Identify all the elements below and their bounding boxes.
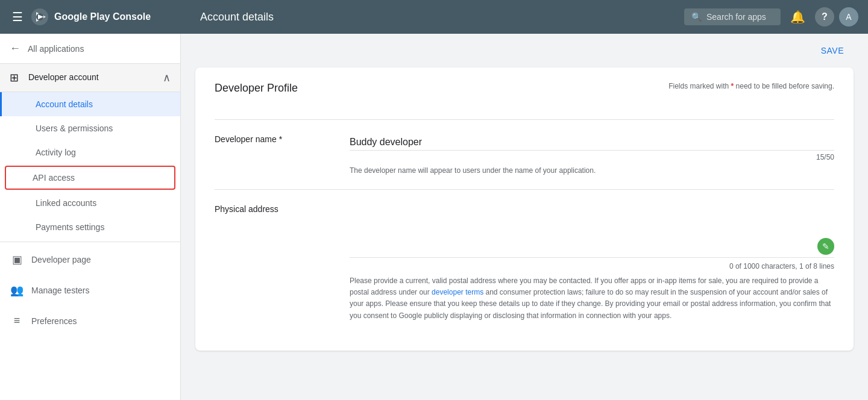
developer-account-title: ⊞ Developer account xyxy=(10,71,99,84)
physical-address-input[interactable] xyxy=(350,204,834,258)
required-star: * xyxy=(731,82,736,90)
google-play-logo-icon xyxy=(30,7,49,27)
developer-terms-link[interactable]: developer terms xyxy=(432,288,483,296)
developer-name-required: * xyxy=(279,134,282,144)
manage-testers-icon: 👥 xyxy=(10,284,24,297)
back-arrow-icon: ← xyxy=(10,42,20,55)
search-icon: 🔍 xyxy=(691,12,702,22)
menu-icon[interactable]: ☰ xyxy=(10,7,25,27)
avatar[interactable]: A xyxy=(839,7,858,27)
sidebar-divider xyxy=(0,242,180,242)
physical-address-field: Physical address ✎ 0 of 1000 characters,… xyxy=(215,189,834,336)
developer-account-section[interactable]: ⊞ Developer account ∧ xyxy=(0,64,180,92)
physical-address-content: ✎ 0 of 1000 characters, 1 of 8 lines Ple… xyxy=(350,204,834,322)
physical-address-label-col: Physical address xyxy=(215,204,335,322)
help-icon[interactable]: ? xyxy=(815,7,834,27)
card-title: Developer Profile xyxy=(215,82,298,95)
header-right: 🔍 Search for apps 🔔 ? A xyxy=(684,5,858,29)
sidebar-item-manage-testers[interactable]: 👥 Manage testers xyxy=(0,275,180,306)
notifications-icon[interactable]: 🔔 xyxy=(785,5,810,29)
sidebar-item-developer-page[interactable]: ▣ Developer page xyxy=(0,245,180,275)
manage-testers-label: Manage testers xyxy=(31,286,90,295)
dashboard-icon: ⊞ xyxy=(10,72,19,84)
sidebar-item-api-access[interactable]: API access xyxy=(5,166,175,190)
app-header: ☰ Google Play Console Account details 🔍 … xyxy=(0,0,868,34)
header-left: ☰ Google Play Console xyxy=(10,7,190,27)
preferences-label: Preferences xyxy=(31,316,77,326)
edit-icon[interactable]: ✎ xyxy=(817,238,834,255)
card-subtitle: Fields marked with * need to be filled b… xyxy=(668,82,834,90)
textarea-wrapper: ✎ xyxy=(350,204,834,260)
sidebar-item-linked-accounts[interactable]: Linked accounts xyxy=(0,191,180,215)
search-bar[interactable]: 🔍 Search for apps xyxy=(684,8,781,25)
developer-page-label: Developer page xyxy=(31,255,91,264)
logo-text: Google Play Console xyxy=(54,11,151,22)
address-char-count: 0 of 1000 characters, 1 of 8 lines xyxy=(350,262,834,270)
preferences-icon: ≡ xyxy=(10,314,24,327)
search-label: Search for apps xyxy=(706,12,766,22)
all-applications-label: All applications xyxy=(28,44,84,54)
developer-name-input[interactable] xyxy=(350,134,834,151)
content-area: SAVE Developer Profile Fields marked wit… xyxy=(181,34,868,400)
sidebar-item-payments-settings[interactable]: Payments settings xyxy=(0,215,180,239)
app-logo: Google Play Console xyxy=(30,7,151,27)
sidebar-item-users-permissions[interactable]: Users & permissions xyxy=(0,116,180,140)
address-helper-text: Please provide a current, valid postal a… xyxy=(350,275,834,322)
developer-name-label: Developer name xyxy=(215,134,277,144)
sidebar-item-activity-log[interactable]: Activity log xyxy=(0,140,180,164)
developer-name-content: 15/50 The developer name will appear to … xyxy=(350,134,834,175)
developer-page-icon: ▣ xyxy=(10,253,24,266)
developer-name-field: Developer name * 15/50 The developer nam… xyxy=(215,119,834,189)
developer-name-label-col: Developer name * xyxy=(215,134,335,175)
physical-address-label: Physical address xyxy=(215,204,278,214)
content-header: SAVE xyxy=(181,34,868,67)
save-button[interactable]: SAVE xyxy=(811,41,854,60)
sidebar-item-preferences[interactable]: ≡ Preferences xyxy=(0,306,180,336)
chevron-up-icon: ∧ xyxy=(163,71,171,84)
developer-profile-card: Developer Profile Fields marked with * n… xyxy=(195,67,854,351)
main-layout: ← All applications ⊞ Developer account ∧… xyxy=(0,34,868,400)
developer-name-helper: The developer name will appear to users … xyxy=(350,166,834,175)
developer-name-char-count: 15/50 xyxy=(350,153,834,161)
sidebar: ← All applications ⊞ Developer account ∧… xyxy=(0,34,181,400)
page-title: Account details xyxy=(200,11,675,23)
sidebar-item-account-details[interactable]: Account details xyxy=(0,92,180,116)
sidebar-back-button[interactable]: ← All applications xyxy=(0,34,180,64)
card-header: Developer Profile Fields marked with * n… xyxy=(215,82,834,105)
